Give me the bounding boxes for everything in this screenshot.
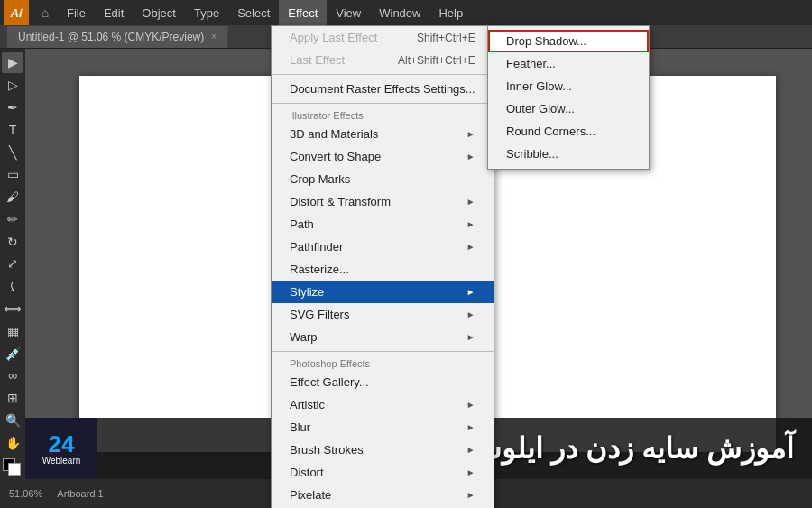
tool-blend[interactable]: ∞ [2, 365, 23, 386]
last-shortcut: Alt+Shift+Ctrl+E [398, 54, 475, 67]
tool-artboard[interactable]: ⊞ [2, 388, 23, 409]
tool-hand[interactable]: ✋ [2, 432, 23, 453]
effect-3d[interactable]: 3D and Materials ► [272, 123, 494, 145]
submenu-inner-glow[interactable]: Inner Glow... [488, 75, 649, 97]
submenu-round-corners[interactable]: Round Corners... [488, 120, 649, 143]
illustrator-effects-label: Illustrator Effects [272, 106, 494, 123]
toolbar-left: ▶ ▷ ✒ T ╲ ▭ 🖌 ✏ ↻ ⤢ ⤹ ⟺ ▦ 💉 ∞ ⊞ 🔍 ✋ [0, 49, 25, 479]
color-swatches[interactable] [3, 458, 23, 476]
tool-rotate[interactable]: ↻ [2, 231, 23, 252]
tool-fill[interactable]: ▦ [2, 320, 23, 341]
menu-object[interactable]: Object [133, 0, 185, 25]
sep3 [272, 351, 494, 352]
effect-artistic[interactable]: Artistic ► [272, 393, 494, 416]
effect-crop-marks[interactable]: Crop Marks [272, 168, 494, 190]
effect-blur[interactable]: Blur ► [272, 416, 494, 439]
arrow-distort: ► [466, 197, 475, 207]
stylize-submenu: Drop Shadow... Feather... Inner Glow... … [487, 25, 650, 170]
arrow-stylize: ► [466, 287, 475, 297]
document-tab[interactable]: Untitled-1 @ 51.06 % (CMYK/Preview) × [7, 26, 228, 48]
weblearn-logo: 24 Weblearn [25, 418, 97, 479]
tool-scale[interactable]: ⤢ [2, 254, 23, 274]
arrow-convert: ► [466, 152, 475, 162]
last-effect[interactable]: Last Effect Alt+Shift+Ctrl+E [272, 49, 494, 71]
submenu-feather[interactable]: Feather... [488, 52, 649, 75]
tool-eyedropper[interactable]: 💉 [2, 343, 23, 364]
tool-rect[interactable]: ▭ [2, 164, 23, 185]
arrow-warp: ► [466, 332, 475, 342]
arrow-3d: ► [466, 129, 475, 139]
menu-bar: Ai ⌂ File Edit Object Type Select Effect… [0, 0, 812, 25]
effect-distort-ps[interactable]: Distort ► [272, 461, 494, 484]
effect-rasterize[interactable]: Rasterize... [272, 258, 494, 281]
menu-view[interactable]: View [327, 0, 370, 25]
effect-pathfinder[interactable]: Pathfinder ► [272, 236, 494, 258]
effect-convert-shape[interactable]: Convert to Shape ► [272, 145, 494, 168]
effect-stylize[interactable]: Stylize ► [272, 281, 494, 303]
tool-line[interactable]: ╲ [2, 142, 23, 162]
menu-window[interactable]: Window [370, 0, 429, 25]
submenu-scribble[interactable]: Scribble... [488, 143, 649, 165]
arrow-path: ► [466, 219, 475, 229]
weblearn-label: Weblearn [42, 456, 81, 466]
arrow-artistic: ► [466, 400, 475, 410]
zoom-level: 51.06% [9, 488, 42, 499]
tab-close-button[interactable]: × [211, 32, 217, 42]
effect-svg-filters[interactable]: SVG Filters ► [272, 303, 494, 326]
photoshop-effects-label: Photoshop Effects [272, 355, 494, 371]
tool-warp[interactable]: ⤹ [2, 276, 23, 297]
menu-effect[interactable]: Effect [279, 0, 327, 25]
tool-width[interactable]: ⟺ [2, 299, 23, 319]
tool-direct-select[interactable]: ▷ [2, 75, 23, 96]
tab-title: Untitled-1 @ 51.06 % (CMYK/Preview) [18, 31, 204, 43]
effect-distort[interactable]: Distort & Transform ► [272, 190, 494, 213]
sep2 [272, 103, 494, 104]
effect-pixelate[interactable]: Pixelate ► [272, 484, 494, 506]
effect-path[interactable]: Path ► [272, 213, 494, 236]
menu-type[interactable]: Type [185, 0, 228, 25]
document-raster[interactable]: Document Raster Effects Settings... [272, 78, 494, 100]
submenu-outer-glow[interactable]: Outer Glow... [488, 97, 649, 120]
apply-last-effect[interactable]: Apply Last Effect Shift+Ctrl+E [272, 26, 494, 49]
tool-pen[interactable]: ✒ [2, 97, 23, 118]
tool-zoom[interactable]: 🔍 [2, 411, 23, 431]
submenu-drop-shadow[interactable]: Drop Shadow... [488, 30, 649, 52]
sep1 [272, 74, 494, 75]
arrow-blur: ► [466, 422, 475, 432]
weblearn-number: 24 [49, 432, 75, 456]
arrow-distort-ps: ► [466, 467, 475, 477]
menu-select[interactable]: Select [228, 0, 279, 25]
tool-type[interactable]: T [2, 119, 23, 140]
tool-select[interactable]: ▶ [2, 52, 23, 73]
home-icon[interactable]: ⌂ [32, 0, 58, 25]
menu-help[interactable]: Help [429, 0, 472, 25]
arrow-svg: ► [466, 309, 475, 319]
tool-pencil[interactable]: ✏ [2, 208, 23, 229]
tool-paintbrush[interactable]: 🖌 [2, 187, 23, 208]
artboard-label: Artboard 1 [57, 488, 103, 499]
effect-warp[interactable]: Warp ► [272, 326, 494, 348]
effect-gallery[interactable]: Effect Gallery... [272, 371, 494, 393]
menu-edit[interactable]: Edit [95, 0, 133, 25]
effect-dropdown: Apply Last Effect Shift+Ctrl+E Last Effe… [271, 25, 494, 508]
arrow-pixelate: ► [466, 490, 475, 500]
menu-file[interactable]: File [58, 0, 95, 25]
arrow-brush: ► [466, 445, 475, 455]
app-logo: Ai [4, 0, 29, 25]
arrow-pathfinder: ► [466, 242, 475, 252]
apply-last-shortcut: Shift+Ctrl+E [417, 32, 475, 44]
effect-brush-strokes[interactable]: Brush Strokes ► [272, 439, 494, 461]
